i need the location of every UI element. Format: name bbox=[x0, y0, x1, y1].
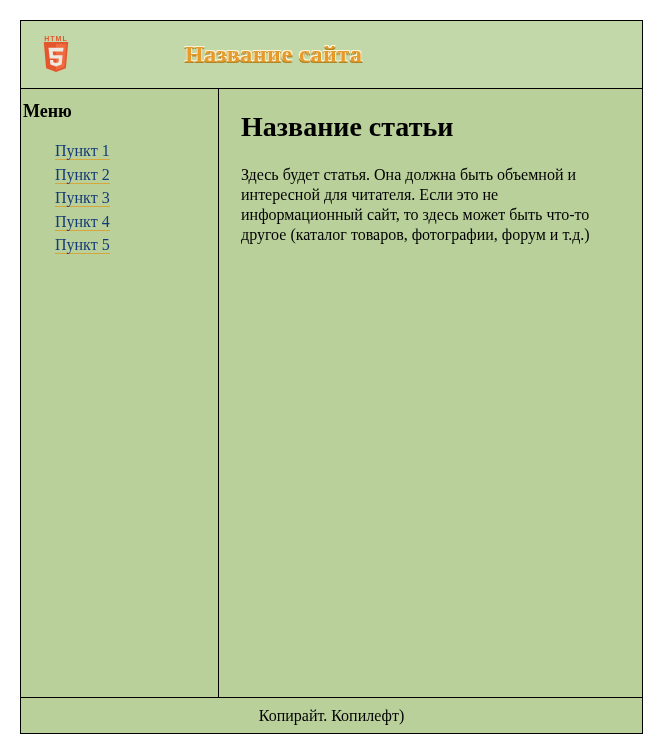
menu-link-4[interactable]: Пункт 4 bbox=[55, 213, 110, 231]
menu-heading: Меню bbox=[21, 101, 218, 122]
main-row: Меню Пункт 1 Пункт 2 Пункт 3 Пункт 4 Пун… bbox=[21, 89, 642, 697]
article-body: Здесь будет статья. Она должна быть объе… bbox=[241, 165, 620, 245]
article-content: Название статьи Здесь будет статья. Она … bbox=[219, 89, 642, 697]
sidebar-menu: Меню Пункт 1 Пункт 2 Пункт 3 Пункт 4 Пун… bbox=[21, 89, 219, 697]
menu-item: Пункт 2 bbox=[55, 164, 218, 186]
menu-link-2[interactable]: Пункт 2 bbox=[55, 166, 110, 184]
site-footer: Копирайт. Копилефт) bbox=[21, 697, 642, 733]
menu-link-5[interactable]: Пункт 5 bbox=[55, 236, 110, 254]
html5-logo-icon: HTML bbox=[39, 35, 73, 75]
menu-item: Пункт 3 bbox=[55, 187, 218, 209]
menu-item: Пункт 5 bbox=[55, 234, 218, 256]
page-layout: HTML Название сайта Меню Пункт 1 Пункт 2… bbox=[20, 20, 643, 734]
menu-item: Пункт 1 bbox=[55, 140, 218, 162]
article-title: Название статьи bbox=[241, 111, 620, 143]
footer-text: Копирайт. Копилефт) bbox=[259, 707, 404, 725]
logo-text: HTML bbox=[44, 35, 67, 42]
site-title: Название сайта bbox=[185, 41, 362, 68]
menu-list: Пункт 1 Пункт 2 Пункт 3 Пункт 4 Пункт 5 bbox=[21, 140, 218, 256]
menu-link-3[interactable]: Пункт 3 bbox=[55, 189, 110, 207]
menu-item: Пункт 4 bbox=[55, 211, 218, 233]
html5-shield-icon bbox=[41, 42, 71, 74]
menu-link-1[interactable]: Пункт 1 bbox=[55, 142, 110, 160]
site-header: HTML Название сайта bbox=[21, 21, 642, 89]
